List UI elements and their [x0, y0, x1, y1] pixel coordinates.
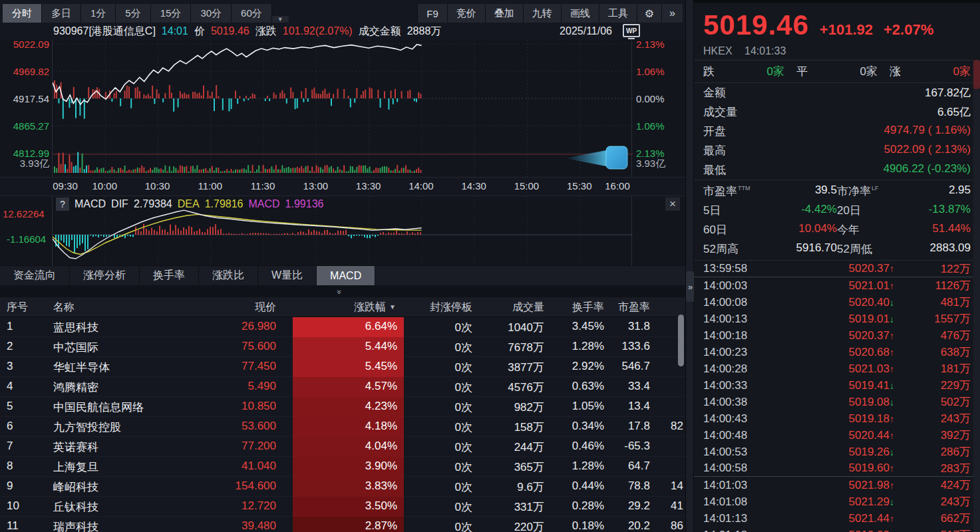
price-label: 价: [194, 25, 205, 39]
analysis-tab-MACD[interactable]: MACD: [317, 266, 375, 285]
tool-button-画线[interactable]: 画线: [561, 4, 599, 23]
tick-row[interactable]: 14:00:535019.26↓286万: [694, 444, 980, 460]
tool-button-叠加[interactable]: 叠加: [485, 4, 523, 23]
tick-row[interactable]: 14:01:035021.98↑424万: [694, 477, 980, 493]
table-cell: 0次: [412, 440, 472, 455]
table-cell: 6: [7, 420, 13, 433]
tick-row[interactable]: 14:00:435019.18↑243万: [694, 410, 980, 427]
security-code[interactable]: 930967[港股通信息C]: [53, 25, 156, 39]
table-cell: 77.450: [213, 360, 276, 373]
pct-heat-cell: 4.18%: [293, 417, 404, 437]
intraday-plot-area[interactable]: [52, 40, 632, 177]
table-row[interactable]: 4鸿腾精密5.4904.57%0次4576万0.63%33.4: [0, 377, 685, 397]
col-pe[interactable]: 市盈率: [609, 301, 650, 315]
tick-time: 14:00:13: [703, 313, 776, 326]
more-chevron-icon[interactable]: »: [661, 4, 683, 23]
tick-time: 14:00:23: [703, 346, 776, 359]
analysis-tab-涨跌比[interactable]: 涨跌比: [199, 266, 258, 285]
analysis-tab-换手率[interactable]: 换手率: [140, 266, 199, 285]
period-tab-30分[interactable]: 30分: [191, 4, 232, 23]
table-cell: 华虹半导体: [53, 360, 110, 375]
tool-button-F9[interactable]: F9: [417, 4, 447, 23]
tick-row[interactable]: 14:01:085021.29↓243万: [694, 493, 980, 510]
change-label: 涨跌: [255, 25, 277, 39]
table-row[interactable]: 3华虹半导体77.4505.45%0次3877万2.92%546.7: [0, 357, 685, 377]
table-cell: 1.28%: [559, 460, 604, 473]
tick-row[interactable]: 14:01:135021.44↑662万: [694, 510, 980, 527]
analysis-tab-W量比[interactable]: W量比: [258, 266, 317, 285]
tick-row[interactable]: 14:00:285021.03↑181万: [694, 360, 980, 377]
collapse-chevron-icon[interactable]: »: [335, 290, 344, 293]
table-row[interactable]: 8上海复旦41.0403.90%0次365万1.28%64.7: [0, 457, 685, 477]
table-row[interactable]: 10丘钛科技12.7203.50%0次331万0.28%29.241: [0, 497, 685, 517]
period-dropdown-caret-icon[interactable]: ▼: [272, 16, 289, 23]
analysis-tab-资金流向[interactable]: 资金流向: [0, 266, 70, 285]
tick-row[interactable]: 13:59:585020.37↑122万: [694, 261, 980, 277]
chart-zoom-handle[interactable]: [606, 146, 627, 169]
tick-row[interactable]: 14:00:035021.01↑1126万: [694, 277, 980, 294]
tick-price: 5019.18: [803, 412, 890, 426]
tool-button-九转[interactable]: 九转: [523, 4, 561, 23]
col-no[interactable]: 序号: [7, 301, 28, 315]
tick-row[interactable]: 14:00:085020.40↓481万: [694, 294, 980, 311]
tick-scrollbar-thumb[interactable]: [973, 60, 980, 89]
col-limit[interactable]: 封涨停板: [412, 301, 472, 315]
table-cell: 3: [7, 360, 13, 373]
table-scrollbar-thumb[interactable]: [678, 315, 684, 366]
quote-price-row: 5019.46 +101.92 +2.07%: [694, 3, 980, 41]
time-axis-label: 13:00: [303, 180, 329, 192]
macd-panel[interactable]: ? MACD DIF 2.79384 DEA 1.79816 MACD 1.99…: [0, 196, 685, 265]
table-row[interactable]: 9峰岹科技154.6003.83%0次9.6万0.44%78.814: [0, 477, 685, 497]
tick-time: 14:01:08: [703, 495, 776, 509]
table-row[interactable]: 6九方智投控股53.6004.18%0次158万0.34%17.882: [0, 417, 685, 437]
dea-label: DEA: [178, 198, 200, 210]
volume-axis-label-left: 3.93亿: [20, 158, 49, 170]
period-tab-5分[interactable]: 5分: [116, 4, 150, 23]
tick-row[interactable]: 14:00:185020.37↑476万: [694, 327, 980, 344]
tick-row[interactable]: 14:00:485020.44↑392万: [694, 427, 980, 444]
pct-heat-cell: 4.57%: [293, 377, 404, 397]
panel-splitter[interactable]: »: [685, 0, 694, 532]
tick-scrollbar-track[interactable]: [973, 60, 980, 532]
sort-caret-icon[interactable]: ▼: [389, 303, 396, 311]
arrow-up-icon: ↑: [890, 463, 901, 473]
close-icon[interactable]: ×: [665, 198, 680, 211]
ratio-label: 20日: [837, 203, 861, 218]
period-tab-1分[interactable]: 1分: [81, 4, 116, 23]
analysis-tab-涨停分析[interactable]: 涨停分析: [70, 266, 140, 285]
tick-row[interactable]: 14:00:335019.41↓229万: [694, 377, 980, 394]
tick-volume: 517万: [941, 527, 971, 532]
table-row[interactable]: 11瑞声科技39.4802.87%0次220万0.18%20.286: [0, 517, 685, 532]
col-pct[interactable]: 涨跌幅: [306, 301, 386, 315]
wp-monitor-icon[interactable]: WP: [623, 24, 640, 37]
intraday-chart[interactable]: 5022.094969.824917.544865.274812.993.93亿…: [0, 40, 685, 177]
table-row[interactable]: 1蓝思科技26.9806.64%0次1040万3.45%31.8: [0, 317, 685, 337]
col-turn[interactable]: 换手率: [559, 301, 604, 315]
tick-row[interactable]: 14:00:385019.08↓502万: [694, 394, 980, 410]
quote-change-pct: +2.07%: [884, 21, 933, 39]
col-price[interactable]: 现价: [213, 301, 276, 315]
price-axis-label: 5022.09: [13, 39, 49, 50]
tick-row[interactable]: 14:01:185019.99↓517万: [694, 527, 980, 532]
table-cell: 1.05%: [559, 400, 604, 413]
table-row[interactable]: 7英诺赛科77.2004.04%0次244万0.46%-65.3: [0, 437, 685, 457]
gear-icon[interactable]: ⚙: [637, 4, 661, 23]
col-name[interactable]: 名称: [53, 301, 75, 315]
table-row[interactable]: 5中国民航信息网络10.8504.23%0次982万1.05%13.4: [0, 397, 685, 417]
breadth-item: 平0家: [796, 64, 878, 79]
stat-row: 最高5022.09 ( 2.13%): [694, 141, 980, 160]
tick-volume: 476万: [941, 328, 971, 343]
period-tab-60分[interactable]: 60分: [232, 4, 272, 23]
tool-button-竞价[interactable]: 竞价: [447, 4, 485, 23]
tick-row[interactable]: 14:00:135019.01↓1557万: [694, 311, 980, 327]
tick-row[interactable]: 14:00:585019.60↑283万: [694, 460, 980, 477]
period-tab-15分[interactable]: 15分: [151, 4, 192, 23]
table-row[interactable]: 2中芯国际75.6005.44%0次7678万1.28%133.6: [0, 337, 685, 357]
period-tab-分时[interactable]: 分时: [3, 4, 42, 23]
help-icon[interactable]: ?: [56, 198, 69, 211]
col-vol[interactable]: 成交量: [492, 301, 544, 315]
period-tab-多日[interactable]: 多日: [42, 4, 81, 23]
tick-row[interactable]: 14:00:235020.68↑638万: [694, 344, 980, 360]
table-cell: 瑞声科技: [53, 519, 98, 532]
tool-button-工具[interactable]: 工具: [599, 4, 637, 23]
